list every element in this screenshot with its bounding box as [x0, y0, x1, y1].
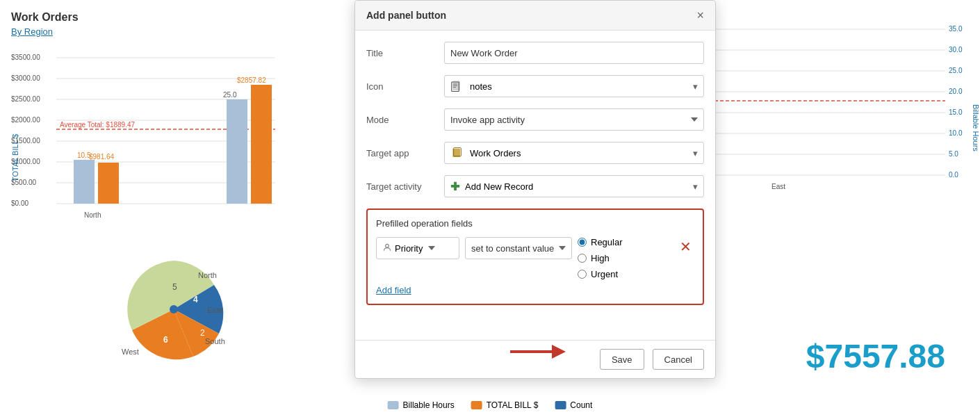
title-label: Title: [366, 48, 436, 58]
svg-text:6: 6: [163, 335, 168, 345]
legend-label-billable: Billable Hours: [403, 400, 455, 410]
icon-select[interactable]: notes: [444, 75, 704, 97]
bar-chart-svg: $3500.00 $3000.00 $2500.00 $2000.00 $150…: [11, 49, 352, 237]
radio-urgent[interactable]: [578, 270, 587, 279]
dashboard-subtitle[interactable]: By Region: [11, 26, 343, 37]
field-name-label: Priority: [395, 243, 423, 254]
target-app-label: Target app: [366, 148, 436, 158]
radio-high[interactable]: [578, 254, 587, 263]
notes-icon: [451, 80, 464, 92]
modal-body: Title Icon notes: [355, 31, 715, 327]
workorders-icon: [452, 147, 463, 158]
svg-point-59: [386, 244, 389, 247]
svg-text:0.0: 0.0: [949, 171, 958, 179]
radio-option-regular[interactable]: Regular: [578, 237, 671, 247]
right-chart-area: 35.0 30.0 25.0 20.0 15.0 10.0 5.0 0.0 Ea…: [702, 0, 980, 215]
svg-text:Average Total: $1889.47: Average Total: $1889.47: [60, 121, 135, 129]
radio-options: Regular High Urgent: [578, 237, 671, 279]
svg-text:$3500.00: $3500.00: [11, 54, 40, 61]
svg-text:10.0: 10.0: [949, 129, 963, 137]
add-field-button[interactable]: Add field: [376, 285, 411, 295]
svg-text:25.0: 25.0: [223, 91, 237, 99]
arrow-indicator: [510, 341, 566, 364]
svg-text:North: North: [198, 271, 217, 279]
svg-text:30.0: 30.0: [949, 46, 963, 54]
svg-text:15.0: 15.0: [949, 108, 963, 116]
legend-label-total: TOTAL BILL $: [487, 400, 539, 410]
target-activity-value-label: Add New Record: [465, 181, 533, 192]
svg-text:$2000.00: $2000.00: [11, 116, 40, 124]
modal-header: Add panel button ×: [355, 1, 715, 31]
icon-label: Icon: [366, 81, 436, 92]
svg-text:West: West: [122, 348, 139, 356]
prefilled-row: Priority set to constant value Regular: [376, 237, 694, 279]
svg-text:5: 5: [172, 282, 177, 292]
svg-text:2: 2: [200, 328, 205, 338]
legend-billable-hours: Billable Hours: [388, 400, 455, 410]
modal-close-button[interactable]: ×: [696, 9, 704, 22]
right-bar-chart-svg: 35.0 30.0 25.0 20.0 15.0 10.0 5.0 0.0 Ea…: [702, 21, 980, 215]
form-row-mode: Mode Invoke app activity: [366, 108, 704, 131]
target-app-icon-preview: [450, 146, 464, 160]
prefilled-title: Prefilled operation fields: [376, 218, 694, 229]
svg-text:$2857.82: $2857.82: [237, 76, 266, 84]
modal-title: Add panel button: [366, 10, 446, 21]
icon-preview: [450, 79, 464, 93]
radio-high-label: High: [591, 253, 610, 263]
pie-chart-svg: North East South West 4 5 2 6: [90, 240, 257, 379]
radio-regular-label: Regular: [591, 237, 623, 247]
form-row-target-app: Target app Work Orders: [366, 142, 704, 164]
target-app-select[interactable]: Work Orders: [444, 142, 704, 164]
person-icon: [382, 243, 392, 252]
delete-field-button[interactable]: ✕: [677, 237, 694, 256]
bar-chart-area: Work Orders By Region $3500.00 $3000.00 …: [0, 0, 354, 215]
svg-marker-61: [552, 345, 566, 359]
legend-color-total: [471, 401, 482, 409]
title-input[interactable]: [444, 42, 704, 64]
mode-select[interactable]: Invoke app activity: [444, 108, 704, 131]
target-activity-select[interactable]: ✚ Add New Record: [444, 175, 704, 197]
arrow-svg: [510, 341, 566, 362]
svg-text:South: South: [205, 337, 225, 345]
svg-text:4: 4: [193, 295, 198, 304]
radio-regular[interactable]: [578, 238, 587, 247]
target-activity-label: Target activity: [366, 181, 436, 192]
legend-color-billable: [388, 401, 399, 409]
field-person-icon: [382, 243, 392, 254]
radio-option-urgent[interactable]: Urgent: [578, 269, 671, 279]
svg-text:Billable Hours: Billable Hours: [972, 104, 980, 152]
bar-east-total: [251, 85, 272, 204]
svg-text:$0.00: $0.00: [11, 199, 28, 207]
legend-count: Count: [555, 400, 592, 410]
prefilled-section: Prefilled operation fields Priority: [366, 208, 704, 305]
svg-text:East: East: [771, 183, 785, 190]
bar-north-billable: [74, 160, 95, 204]
bar-north-total: [98, 163, 119, 204]
svg-text:TOTAL BILL $: TOTAL BILL $: [11, 134, 19, 181]
chart-legend: Billable Hours TOTAL BILL $ Count: [388, 400, 593, 410]
radio-urgent-label: Urgent: [591, 269, 618, 279]
icon-value-label: notes: [470, 81, 492, 92]
cancel-button[interactable]: Cancel: [653, 349, 704, 370]
svg-text:20.0: 20.0: [949, 88, 963, 95]
add-record-plus-icon: ✚: [450, 180, 459, 193]
operation-select[interactable]: set to constant value: [465, 237, 572, 259]
add-panel-modal: Add panel button × Title Icon: [354, 0, 716, 379]
pie-chart-area: North East South West 4 5 2 6: [0, 215, 348, 403]
save-button[interactable]: Save: [600, 349, 644, 370]
field-select-wrapper[interactable]: Priority: [376, 237, 459, 259]
legend-label-count: Count: [570, 400, 592, 410]
legend-color-count: [555, 401, 566, 409]
svg-point-43: [170, 305, 178, 313]
mode-label: Mode: [366, 115, 436, 125]
svg-text:$3000.00: $3000.00: [11, 74, 40, 82]
radio-option-high[interactable]: High: [578, 253, 671, 263]
target-app-value-label: Work Orders: [470, 148, 521, 158]
svg-text:$2500.00: $2500.00: [11, 95, 40, 103]
svg-text:$981.64: $981.64: [89, 153, 115, 161]
svg-text:35.0: 35.0: [949, 25, 963, 33]
dashboard-title: Work Orders: [11, 11, 343, 24]
bar-east-billable: [227, 99, 247, 204]
total-amount: $7557.88: [806, 337, 945, 375]
svg-text:5.0: 5.0: [949, 150, 958, 158]
